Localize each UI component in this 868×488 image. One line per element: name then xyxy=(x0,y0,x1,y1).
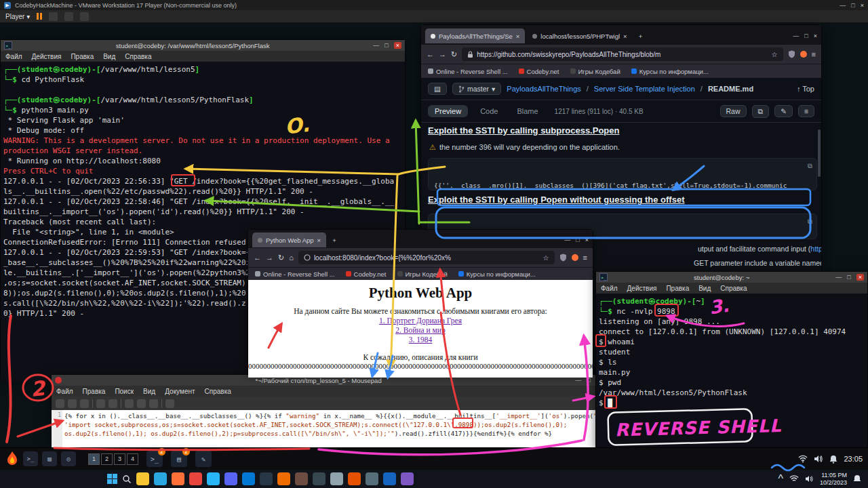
tab-close-icon[interactable]: × xyxy=(623,33,627,40)
readme-heading-popen-no-offset[interactable]: Exploit the SSTI by calling Popen withou… xyxy=(428,195,684,205)
new-tab-button[interactable]: + xyxy=(635,33,647,40)
tab-localhost-phptwig[interactable]: localhost/lesson5/PHPTwigl × xyxy=(527,28,632,43)
menu-item[interactable]: Файл xyxy=(596,285,623,292)
maximize-button[interactable]: □ xyxy=(576,237,579,243)
taskbar-app-icon[interactable] xyxy=(172,472,184,485)
close-button[interactable]: × xyxy=(585,237,589,243)
start-button[interactable] xyxy=(107,474,117,484)
bookmark-star-icon[interactable]: ☆ xyxy=(543,254,549,262)
tab-code[interactable]: Code xyxy=(473,105,505,117)
bookmark-item[interactable]: Codeby.net xyxy=(346,270,387,278)
taskbar-app-icon[interactable] xyxy=(295,472,308,485)
menu-item[interactable]: Вид xyxy=(694,285,715,292)
windows-clock[interactable]: 11:05 PM 10/2/2023 xyxy=(820,472,847,487)
breadcrumb-repo[interactable]: PayloadsAllTheThings xyxy=(507,85,580,93)
minimize-button[interactable]: — xyxy=(793,33,799,39)
menu-item[interactable]: Поиск xyxy=(110,388,138,395)
breadcrumb-folder[interactable]: Server Side Template Injection xyxy=(594,85,695,93)
vmware-minimize-button[interactable]: — xyxy=(840,2,846,9)
hamburger-menu-icon[interactable]: ≡ xyxy=(812,50,816,58)
twitter-link[interactable]: https://twitter.com/SecGus xyxy=(810,245,821,253)
copy-raw-button[interactable]: ⧉ xyxy=(752,105,770,118)
save-button[interactable] xyxy=(80,399,89,408)
back-button[interactable]: ← xyxy=(427,50,434,58)
readme-heading-subprocess-popen[interactable]: Exploit the SSTI by calling subprocess.P… xyxy=(428,125,619,136)
bookmark-item[interactable]: Курсы по информаци... xyxy=(458,270,536,278)
menu-item[interactable]: Вид xyxy=(98,53,120,60)
search-button[interactable] xyxy=(165,399,174,408)
book-link-3[interactable]: 3. 1984 xyxy=(248,336,593,344)
workspace-3[interactable]: 3 xyxy=(114,453,125,465)
tray-chevron-icon[interactable]: ^ xyxy=(778,473,783,485)
taskbar-app-icon[interactable] xyxy=(313,472,326,485)
bookmark-item[interactable]: Online - Reverse Shell ... xyxy=(255,270,335,278)
taskbar-app-icon[interactable] xyxy=(242,472,255,485)
extension-icon[interactable] xyxy=(800,51,807,58)
volume-icon[interactable] xyxy=(814,455,823,463)
terminal1-titlebar[interactable]: >_ student@codeby: /var/www/html/lesson5… xyxy=(1,40,405,51)
copy-code-icon[interactable]: ⧉ xyxy=(808,161,812,171)
workspace-2[interactable]: 2 xyxy=(101,453,113,465)
maximize-button[interactable]: □ xyxy=(847,274,850,281)
home-button[interactable]: ⌂ xyxy=(289,253,294,262)
taskbar-app-icon[interactable] xyxy=(189,472,202,485)
minimize-button[interactable]: — xyxy=(564,237,570,243)
taskbar-app-icon[interactable] xyxy=(383,472,396,485)
extension-icon[interactable] xyxy=(572,254,578,261)
raw-button[interactable]: Raw xyxy=(720,105,747,117)
taskbar-app-icon[interactable] xyxy=(260,472,273,485)
branch-selector[interactable]: master ▾ xyxy=(452,83,501,95)
reload-button[interactable]: ↻ xyxy=(451,50,457,59)
bookmark-star-icon[interactable]: ☆ xyxy=(772,51,778,58)
url-bar[interactable]: localhost:8080/index?book={%%20for%20x% … xyxy=(298,251,555,264)
menu-item[interactable]: Действия xyxy=(27,53,66,60)
menu-item[interactable]: Правка xyxy=(78,388,111,395)
suspend-vm-button[interactable] xyxy=(37,13,42,20)
sidebar-toggle-button[interactable]: ▤ xyxy=(428,83,447,95)
player-menu[interactable]: Player ▾ xyxy=(5,13,30,20)
tab-payloadsallthethings[interactable]: PayloadsAllTheThings/Se × xyxy=(425,28,525,43)
menu-item[interactable]: Справка xyxy=(120,53,156,60)
taskbar-app-icon[interactable] xyxy=(277,472,290,485)
menu-item[interactable]: Файл xyxy=(52,388,78,395)
fullscreen-button[interactable] xyxy=(49,12,58,21)
menu-item[interactable]: Файл xyxy=(1,53,27,60)
close-button[interactable]: × xyxy=(814,33,817,39)
tab-close-icon[interactable]: × xyxy=(516,33,520,40)
mousepad-editor[interactable]: 1 {% for x in ().__class__.__base__.__su… xyxy=(52,410,603,448)
more-options-button[interactable]: ≡ xyxy=(798,105,814,117)
new-tab-button[interactable]: + xyxy=(328,237,340,244)
window-button-editor[interactable]: ✎ xyxy=(195,451,212,467)
back-to-top-link[interactable]: ↑ Top xyxy=(797,85,814,93)
taskbar-app-icon[interactable] xyxy=(224,472,237,485)
tab-blame[interactable]: Blame xyxy=(510,105,545,117)
bookmark-item[interactable]: Курсы по информаци... xyxy=(631,68,709,75)
shield-icon[interactable] xyxy=(788,50,795,58)
menu-item[interactable]: Вид xyxy=(138,388,160,395)
settings-button[interactable] xyxy=(80,12,89,21)
undo-button[interactable] xyxy=(96,399,105,408)
menu-item[interactable]: Справка xyxy=(200,388,236,395)
browser-launcher-icon[interactable]: ◎ xyxy=(61,451,76,466)
cut-button[interactable] xyxy=(125,399,134,408)
bell-icon[interactable] xyxy=(829,455,837,464)
taskbar-app-icon[interactable] xyxy=(136,472,149,485)
reload-button[interactable]: ↻ xyxy=(278,253,284,262)
book-link-1[interactable]: 1. Портрет Дориана Грея xyxy=(248,317,593,325)
paste-button[interactable] xyxy=(149,399,158,408)
speaker-icon[interactable] xyxy=(805,475,814,483)
vm-clock[interactable]: 23:05 xyxy=(844,455,863,463)
window-button-browser[interactable]: ▤ 2 xyxy=(171,451,187,467)
vmware-close-button[interactable]: × xyxy=(861,2,864,9)
applications-menu-icon[interactable] xyxy=(5,451,19,467)
close-button[interactable]: × xyxy=(856,274,864,281)
book-link-2[interactable]: 2. Война и мир xyxy=(248,326,593,334)
menu-item[interactable]: Действия xyxy=(623,285,662,292)
back-button[interactable]: ← xyxy=(254,253,261,262)
minimize-button[interactable]: — xyxy=(373,42,379,49)
terminal2-titlebar[interactable]: >_ student@codeby: ~ — □ × xyxy=(596,272,867,283)
taskbar-app-icon[interactable] xyxy=(207,472,220,485)
maximize-button[interactable]: □ xyxy=(384,42,388,49)
copy-button[interactable] xyxy=(137,399,146,408)
network-icon[interactable] xyxy=(798,455,808,463)
